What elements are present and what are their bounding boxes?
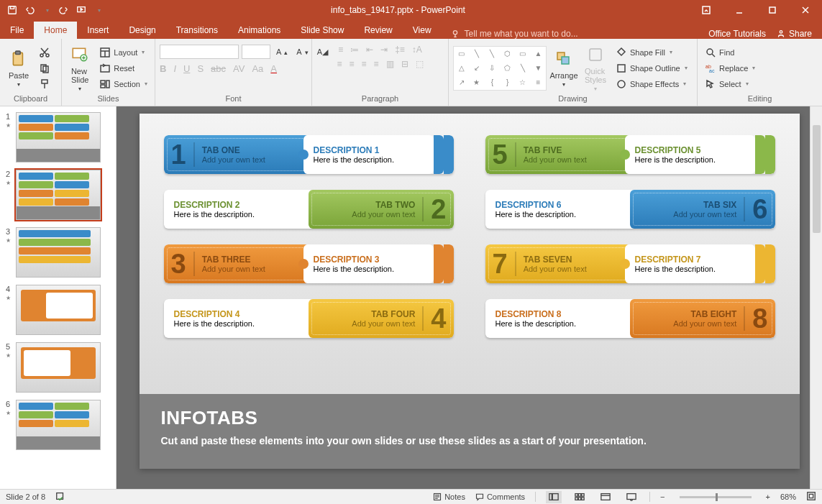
slide-thumbnail-2[interactable]: 2★ (3, 170, 113, 220)
slideshow-view-button[interactable] (624, 491, 639, 503)
italic-button[interactable]: I (173, 63, 176, 74)
paste-button[interactable]: Paste ▾ (4, 48, 33, 88)
slide-indicator[interactable]: Slide 2 of 8 (6, 492, 45, 501)
align-left-button[interactable]: ≡ (337, 59, 342, 69)
undo-button[interactable] (22, 2, 37, 18)
minimize-button[interactable] (723, 0, 756, 20)
infotab-8[interactable]: DESCRIPTION 8 Here is the description. 8… (485, 299, 775, 338)
shape-fill-button[interactable]: Shape Fill (613, 45, 690, 60)
zoom-level[interactable]: 68% (780, 492, 796, 501)
share-button[interactable]: Share (776, 29, 812, 39)
spell-check-icon[interactable] (55, 491, 65, 503)
tab-description[interactable]: DESCRIPTION 5 Here is the description. (625, 135, 755, 174)
bullets-button[interactable]: ≡ (338, 45, 343, 55)
tab-description[interactable]: DESCRIPTION 6 Here is the description. (485, 190, 636, 229)
underline-button[interactable]: U (183, 63, 190, 74)
slide-thumbnail-1[interactable]: 1★ (3, 112, 113, 162)
tell-me-search[interactable]: Tell me what you want to do... (442, 29, 709, 39)
maximize-button[interactable] (756, 0, 789, 20)
comments-button[interactable]: Comments (475, 492, 525, 501)
arrange-button[interactable]: Arrange▾ (549, 48, 578, 88)
normal-view-button[interactable] (546, 491, 562, 503)
tab-description[interactable]: DESCRIPTION 7 Here is the description. (625, 244, 755, 283)
zoom-slider[interactable] (680, 496, 752, 498)
shape-outline-button[interactable]: Shape Outline (613, 61, 690, 75)
tab-transitions[interactable]: Transitions (166, 22, 228, 39)
infotab-2[interactable]: DESCRIPTION 2 Here is the description. 2… (164, 190, 454, 229)
tab-review[interactable]: Review (354, 22, 402, 39)
copy-button[interactable] (36, 61, 53, 75)
tab-numbox[interactable]: 3 TAB THREEAdd your own text (164, 244, 309, 283)
new-slide-button[interactable]: New Slide ▾ (66, 44, 93, 92)
reading-view-button[interactable] (598, 491, 613, 503)
font-family-combo[interactable] (160, 45, 239, 59)
tab-file[interactable]: File (0, 22, 34, 39)
replace-button[interactable]: abacReplace (702, 61, 758, 75)
tab-numbox[interactable]: 6 TAB SIXAdd your own text (630, 190, 775, 229)
tab-numbox[interactable]: 4 TAB FOURAdd your own text (309, 299, 454, 338)
select-button[interactable]: Select (702, 77, 758, 91)
tab-numbox[interactable]: 2 TAB TWOAdd your own text (309, 190, 454, 229)
tab-numbox[interactable]: 8 TAB EIGHTAdd your own text (630, 299, 775, 338)
find-button[interactable]: Find (702, 45, 758, 60)
notes-button[interactable]: Notes (433, 492, 465, 501)
slide[interactable]: 1 TAB ONEAdd your own text DESCRIPTION 1… (140, 114, 800, 469)
tab-insert[interactable]: Insert (77, 22, 119, 39)
start-slideshow-button[interactable] (73, 2, 89, 18)
fit-to-window-button[interactable] (806, 491, 816, 503)
tab-numbox[interactable]: 7 TAB SEVENAdd your own text (485, 244, 631, 283)
shape-effects-button[interactable]: Shape Effects (613, 77, 690, 91)
reset-button[interactable]: Reset (96, 61, 150, 75)
tab-description[interactable]: DESCRIPTION 2 Here is the description. (164, 190, 314, 229)
increase-font-button[interactable]: A▴ (273, 45, 291, 59)
slide-thumbnail-4[interactable]: 4★ (3, 285, 113, 335)
tab-numbox[interactable]: 5 TAB FIVEAdd your own text (485, 135, 631, 174)
tab-description[interactable]: DESCRIPTION 1 Here is the description. (303, 135, 434, 174)
align-right-button[interactable]: ≡ (362, 59, 367, 69)
align-center-button[interactable]: ≡ (349, 59, 354, 69)
tab-description[interactable]: DESCRIPTION 3 Here is the description. (303, 244, 434, 283)
redo-button[interactable] (56, 2, 72, 18)
zoom-in-button[interactable]: + (766, 492, 770, 501)
save-button[interactable] (4, 2, 20, 18)
justify-button[interactable]: ≡ (374, 59, 379, 69)
zoom-out-button[interactable]: − (660, 492, 665, 501)
slide-thumbnail-panel[interactable]: 1★2★3★4★5★6★ (0, 106, 117, 489)
tab-description[interactable]: DESCRIPTION 8 Here is the description. (485, 299, 636, 338)
text-direction-button[interactable]: ↕A (412, 45, 422, 55)
infotab-6[interactable]: DESCRIPTION 6 Here is the description. 6… (485, 190, 775, 229)
tab-description[interactable]: DESCRIPTION 4 Here is the description. (164, 299, 314, 338)
slide-thumbnail-3[interactable]: 3★ (3, 227, 113, 278)
slide-sorter-view-button[interactable] (572, 491, 588, 503)
infotab-5[interactable]: 5 TAB FIVEAdd your own text DESCRIPTION … (485, 135, 775, 174)
cut-button[interactable] (36, 45, 53, 60)
font-size-combo[interactable] (242, 45, 270, 59)
vertical-scrollbar[interactable] (810, 106, 822, 489)
tab-numbox[interactable]: 1 TAB ONEAdd your own text (164, 135, 309, 174)
strikethrough-button[interactable]: abc (211, 63, 226, 74)
columns-button[interactable]: ▥ (386, 59, 394, 69)
tab-home[interactable]: Home (34, 22, 77, 39)
undo-dropdown[interactable] (39, 2, 55, 18)
infotab-7[interactable]: 7 TAB SEVENAdd your own text DESCRIPTION… (485, 244, 775, 283)
format-painter-button[interactable] (36, 77, 53, 91)
smartart-button[interactable]: ⬚ (416, 59, 424, 69)
increase-indent-button[interactable]: ⇥ (380, 45, 388, 55)
line-spacing-button[interactable]: ‡≡ (395, 45, 405, 55)
decrease-font-button[interactable]: A▾ (293, 45, 311, 59)
tab-view[interactable]: View (403, 22, 442, 39)
ribbon-display-options[interactable] (690, 0, 723, 20)
office-tutorials-link[interactable]: Office Tutorials (708, 29, 766, 39)
char-spacing-button[interactable]: AV (233, 63, 245, 74)
tab-slideshow[interactable]: Slide Show (291, 22, 354, 39)
infotab-3[interactable]: 3 TAB THREEAdd your own text DESCRIPTION… (164, 244, 454, 283)
change-case-button[interactable]: Aa (252, 63, 263, 74)
layout-button[interactable]: Layout (96, 45, 150, 60)
infotab-1[interactable]: 1 TAB ONEAdd your own text DESCRIPTION 1… (164, 135, 454, 174)
decrease-indent-button[interactable]: ⇤ (366, 45, 373, 55)
section-button[interactable]: Section (96, 77, 150, 91)
infotab-4[interactable]: DESCRIPTION 4 Here is the description. 4… (164, 299, 454, 338)
close-button[interactable] (789, 0, 822, 20)
slide-thumbnail-6[interactable]: 6★ (3, 400, 113, 450)
tab-design[interactable]: Design (119, 22, 165, 39)
